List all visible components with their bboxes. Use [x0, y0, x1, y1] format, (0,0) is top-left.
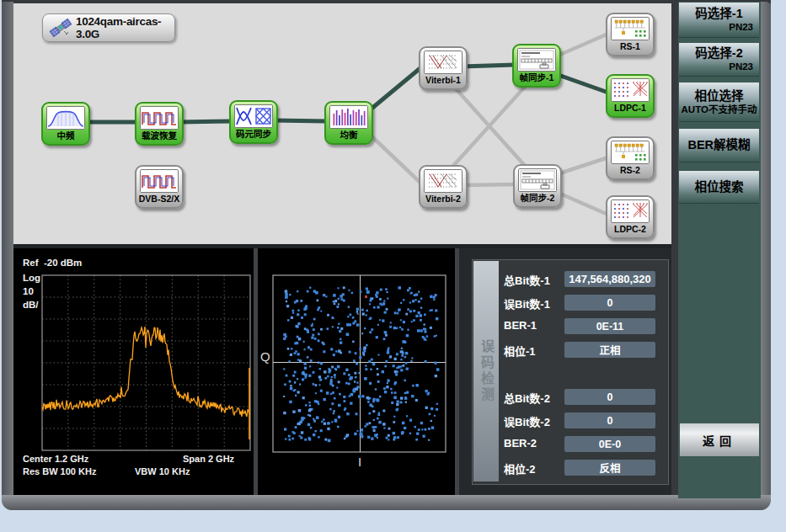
flow-node-dvbs2x[interactable]: DVB-S2/X: [135, 165, 184, 209]
sidebar-button-value: PN23: [679, 21, 759, 33]
flow-node-carrier[interactable]: 载波恢复: [135, 102, 184, 146]
spectrum-ref-label: Ref -20 dBm: [23, 258, 82, 268]
i-axis-label: I: [358, 455, 361, 469]
frame-table-icon: [517, 48, 556, 72]
stat-label-6: 误Bit数-2: [504, 413, 550, 429]
sidebar-button-label: 相位选择: [679, 89, 759, 104]
sidebar-button-label: BER解模糊: [679, 138, 759, 152]
ldpc-graph-icon: [611, 200, 650, 223]
stat-value-5: 0: [564, 389, 655, 405]
trellis-icon: [424, 169, 463, 193]
flow-node-label: 中频: [57, 130, 75, 142]
sidebar-button-label: 码选择-2: [679, 46, 759, 61]
sidebar-button-phase-select[interactable]: 相位选择AUTO不支持手动: [679, 82, 759, 122]
flow-node-label: Viterbi-1: [425, 74, 461, 87]
stat-value-1: 147,564,880,320: [564, 271, 655, 287]
spectrum-scale-10: 10: [23, 286, 34, 296]
signal-title-label: 1024qam-aircas-3.0G: [76, 15, 174, 40]
sidebar-button-code-select-1[interactable]: 码选择-1PN23: [679, 3, 759, 38]
stat-value-8: 反相: [564, 460, 655, 476]
flow-node-symsync[interactable]: 码元同步: [229, 100, 278, 144]
app-window: 1024qam-aircas-3.0G 中频 载波恢复 码元同步 均衡 DVB-…: [0, 0, 786, 532]
flow-node-frame2[interactable]: 帧同步-2: [513, 164, 562, 208]
flow-node-eq[interactable]: 均衡: [324, 101, 373, 145]
flow-node-label: LDPC-1: [614, 102, 646, 114]
ldpc-graph-icon: [611, 78, 650, 102]
eye-diagram-icon: [234, 104, 273, 128]
horizontal-divider: [13, 244, 671, 248]
stat-value-6: 0: [564, 412, 655, 428]
stat-label-1: 总Bit数-1: [504, 272, 550, 288]
window-frame-right: [759, 2, 771, 500]
flow-node-label: RS-1: [620, 40, 640, 53]
stat-value-7: 0E-0: [564, 436, 655, 452]
stat-value-3: 0E-11: [564, 318, 655, 334]
stat-label-5: 总Bit数-2: [504, 390, 550, 406]
bandpass-icon: [46, 106, 85, 130]
ber-strip: 误码检测: [473, 261, 499, 481]
flow-node-label: 均衡: [340, 129, 358, 141]
stat-label-2: 误Bit数-1: [504, 295, 550, 311]
flow-node-label: LDPC-2: [614, 223, 646, 236]
flow-node-viterbi1[interactable]: Viterbi-1: [419, 46, 468, 90]
sidebar-button-label: 码选择-1: [679, 7, 759, 21]
flow-node-if[interactable]: 中频: [41, 102, 90, 146]
window-frame-bottom: [2, 495, 771, 510]
back-button[interactable]: 返回: [680, 423, 759, 456]
sidebar-button-value: AUTO不支持手动: [679, 104, 759, 115]
frame-table-icon: [518, 168, 557, 192]
sidebar-button-ber-deambiguity[interactable]: BER解模糊: [679, 129, 759, 162]
sidebar-button-code-select-2[interactable]: 码选择-2PN23: [679, 43, 759, 77]
satellite-icon: [43, 17, 75, 39]
window-frame-left: [2, 2, 13, 498]
flow-node-viterbi2[interactable]: Viterbi-2: [419, 165, 468, 209]
spectrum-center-label: Center 1.2 GHz: [23, 454, 88, 464]
constellation-panel: [258, 248, 455, 495]
spectrum-scale-log: Log: [23, 273, 40, 283]
stat-label-4: 相位-1: [504, 343, 536, 359]
q-axis-label: Q: [260, 349, 270, 364]
sidebar-button-phase-search[interactable]: 相位搜索: [679, 171, 759, 204]
trellis-icon: [424, 51, 463, 74]
stat-label-3: BER-1: [504, 319, 537, 332]
flow-node-rs1[interactable]: RS-1: [606, 13, 655, 56]
panel-divider-2: [455, 248, 459, 495]
stat-value-4: 正相: [564, 342, 655, 358]
squarewave-icon: [140, 169, 179, 193]
ber-strip-label: 误码检测: [476, 339, 496, 403]
flow-node-frame1[interactable]: 帧同步-1: [512, 44, 561, 88]
flow-node-label: RS-2: [620, 164, 640, 177]
spectrum-vbw-label: VBW 10 KHz: [135, 466, 190, 476]
sidebar-divider: [671, 2, 678, 498]
flow-node-ldpc2[interactable]: LDPC-2: [606, 195, 655, 239]
squarewave-icon: [140, 106, 179, 130]
flow-node-ldpc1[interactable]: LDPC-1: [606, 74, 655, 118]
sidebar-button-label: 相位搜索: [679, 180, 759, 194]
spectrum-scale-db: dB/: [23, 300, 39, 310]
spectrum-span-label: Span 2 GHz: [183, 454, 234, 464]
flow-node-label: Viterbi-2: [425, 193, 461, 205]
flow-node-label: 载波恢复: [142, 130, 177, 142]
flow-node-label: 码元同步: [236, 128, 271, 141]
panel-divider-1: [254, 248, 258, 495]
back-button-label: 返回: [703, 432, 736, 449]
stat-label-7: BER-2: [504, 437, 537, 450]
flow-node-label: DVB-S2/X: [139, 193, 179, 205]
flow-node-label: 帧同步-2: [521, 192, 555, 205]
flow-node-label: 帧同步-1: [520, 72, 554, 84]
rs-blocks-icon: [611, 141, 650, 164]
stat-value-2: 0: [564, 295, 655, 311]
equalizer-bars-icon: [329, 105, 368, 129]
stat-label-8: 相位-2: [504, 460, 536, 476]
sidebar-button-value: PN23: [679, 61, 759, 72]
signal-title-chip[interactable]: 1024qam-aircas-3.0G: [42, 13, 175, 42]
rs-blocks-icon: [611, 17, 650, 40]
spectrum-rbw-label: Res BW 100 KHz: [23, 466, 96, 476]
flow-node-rs2[interactable]: RS-2: [606, 136, 655, 180]
